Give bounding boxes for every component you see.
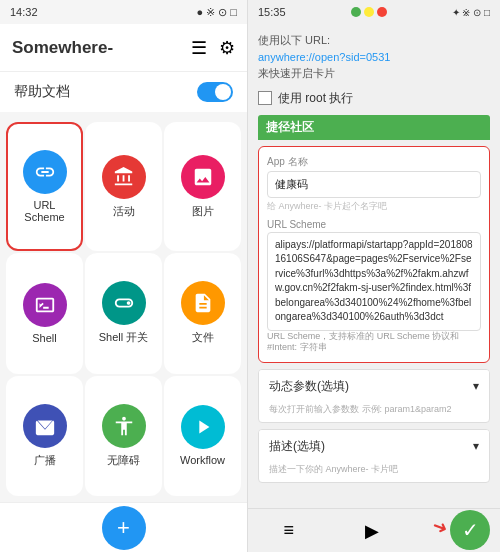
grid-item-shell[interactable]: Shell (6, 253, 83, 373)
chevron-down-icon: ▾ (473, 379, 479, 393)
right-icons: ✦ ※ ⊙ □ (452, 7, 490, 18)
left-status-icons: ● ※ ⊙ □ (197, 6, 237, 19)
image-label: 图片 (192, 204, 214, 219)
dot-red (377, 7, 387, 17)
workflow-icon (181, 405, 225, 449)
help-bar: 帮助文档 (0, 72, 247, 112)
root-row: 使用 root 执行 (258, 90, 490, 107)
accessibility-icon (102, 404, 146, 448)
help-label: 帮助文档 (14, 83, 70, 101)
app-grid: URL Scheme 活动 图片 Shell S (0, 116, 247, 502)
workflow-label: Workflow (180, 454, 225, 466)
app-name-placeholder: 给 Anywhere- 卡片起个名字吧 (267, 200, 481, 213)
section-header: 捷径社区 (258, 115, 490, 140)
url-scheme-field: URL Scheme alipays://platformapi/startap… (267, 219, 481, 354)
shell-switch-icon (102, 281, 146, 325)
help-toggle[interactable] (197, 82, 233, 102)
left-statusbar: 14:32 ● ※ ⊙ □ (0, 0, 247, 24)
description-section: 描述(选填) ▾ 描述一下你的 Anywhere- 卡片吧 (258, 429, 490, 483)
url-info-hint: 来快速开启卡片 (258, 65, 490, 82)
image-icon (181, 155, 225, 199)
dynamic-params-hint: 每次打开前输入参数数 示例: param1&param2 (259, 403, 489, 422)
left-time: 14:32 (10, 6, 38, 18)
left-header: Somewhere- ☰ ⚙ (0, 24, 247, 72)
left-bottom-bar: + (0, 502, 247, 552)
menu-icon[interactable]: ☰ (191, 37, 207, 59)
play-bottom-icon[interactable]: ▶ (365, 520, 379, 542)
grid-item-activity[interactable]: 活动 (85, 122, 162, 251)
dynamic-params-section: 动态参数(选填) ▾ 每次打开前输入参数数 示例: param1&param2 (258, 369, 490, 423)
description-label: 描述(选填) (269, 438, 325, 455)
app-name-label: App 名称 (267, 155, 481, 169)
dot-green (351, 7, 361, 17)
url-scheme-label: URL Scheme (267, 219, 481, 230)
grid-item-file[interactable]: 文件 (164, 253, 241, 373)
chevron-down-icon2: ▾ (473, 439, 479, 453)
url-info-url: anywhere://open?sid=0531 (258, 49, 490, 66)
broadcast-icon (23, 404, 67, 448)
grid-item-broadcast[interactable]: 广播 (6, 376, 83, 496)
root-checkbox[interactable] (258, 91, 272, 105)
grid-item-image[interactable]: 图片 (164, 122, 241, 251)
right-time: 15:35 (258, 6, 286, 18)
dynamic-params-label: 动态参数(选填) (269, 378, 349, 395)
url-info-label: 使用以下 URL: (258, 32, 490, 49)
url-scheme-label: URL Scheme (14, 199, 75, 223)
dynamic-params-header[interactable]: 动态参数(选填) ▾ (259, 370, 489, 403)
accessibility-label: 无障碍 (107, 453, 140, 468)
activity-icon (102, 155, 146, 199)
url-scheme-input[interactable]: alipays://platformapi/startapp?appId=201… (267, 232, 481, 331)
status-dots (351, 7, 387, 17)
grid-item-accessibility[interactable]: 无障碍 (85, 376, 162, 496)
app-name-value: 健康码 (275, 178, 308, 190)
app-name-input[interactable]: 健康码 (267, 171, 481, 198)
add-fab-button[interactable]: + (102, 506, 146, 550)
description-header[interactable]: 描述(选填) ▾ (259, 430, 489, 463)
app-title: Somewhere- (12, 38, 113, 58)
right-bottom-bar: ≡ ▶ ⊙ ➜ ✓ (248, 508, 500, 552)
file-label: 文件 (192, 330, 214, 345)
menu-bottom-icon[interactable]: ≡ (283, 520, 294, 541)
url-info: 使用以下 URL: anywhere://open?sid=0531 来快速开启… (258, 32, 490, 82)
grid-item-workflow[interactable]: Workflow (164, 376, 241, 496)
confirm-fab-button[interactable]: ✓ (450, 510, 490, 550)
shell-switch-label: Shell 开关 (99, 330, 149, 345)
confirm-icon: ✓ (462, 518, 479, 542)
app-name-field: App 名称 健康码 给 Anywhere- 卡片起个名字吧 (267, 155, 481, 213)
broadcast-label: 广播 (34, 453, 56, 468)
right-panel: 15:35 ✦ ※ ⊙ □ 使用以下 URL: anywhere://open?… (248, 0, 500, 552)
left-panel: 14:32 ● ※ ⊙ □ Somewhere- ☰ ⚙ 帮助文档 URL Sc… (0, 0, 248, 552)
description-hint: 描述一下你的 Anywhere- 卡片吧 (259, 463, 489, 482)
right-content: 使用以下 URL: anywhere://open?sid=0531 来快速开启… (248, 24, 500, 508)
form-card: App 名称 健康码 给 Anywhere- 卡片起个名字吧 URL Schem… (258, 146, 490, 363)
shell-label: Shell (32, 332, 56, 344)
activity-label: 活动 (113, 204, 135, 219)
root-label: 使用 root 执行 (278, 90, 353, 107)
arrow-hint-icon: ➜ (430, 514, 452, 540)
right-statusbar: 15:35 ✦ ※ ⊙ □ (248, 0, 500, 24)
url-scheme-icon (23, 150, 67, 194)
header-icons: ☰ ⚙ (191, 37, 235, 59)
url-scheme-hint: URL Scheme，支持标准的 URL Scheme 协议和 #Intent:… (267, 331, 481, 354)
shell-icon (23, 283, 67, 327)
settings-icon[interactable]: ⚙ (219, 37, 235, 59)
grid-item-url-scheme[interactable]: URL Scheme (6, 122, 83, 251)
grid-item-shell-switch[interactable]: Shell 开关 (85, 253, 162, 373)
file-icon (181, 281, 225, 325)
dot-yellow (364, 7, 374, 17)
